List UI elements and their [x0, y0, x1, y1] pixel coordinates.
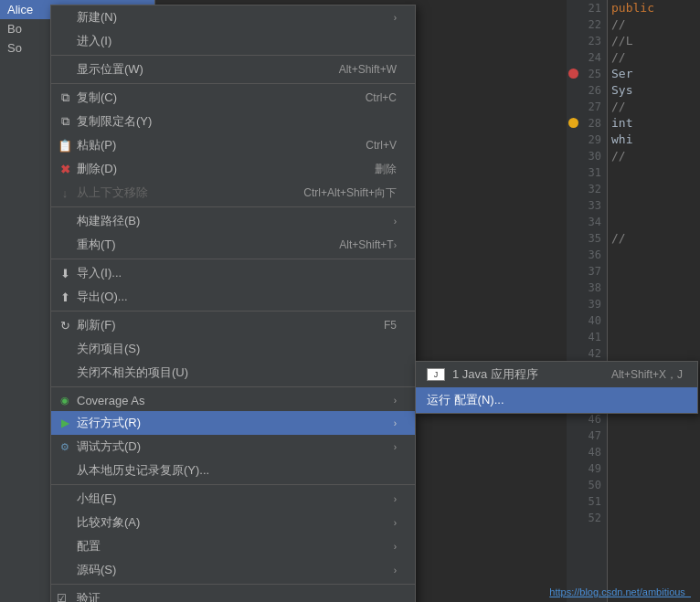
code-line-22: //	[608, 16, 700, 33]
checkbox-icon: ☑	[57, 592, 67, 602]
coverage-icon: ◉	[57, 395, 73, 407]
menu-item-label: 运行方式(R)	[77, 415, 394, 431]
line-number-32: 32	[567, 181, 607, 197]
remove-icon: ↓	[57, 186, 73, 200]
menu-item-configure[interactable]: 配置›	[51, 534, 415, 558]
code-line-48	[608, 444, 700, 460]
menu-separator	[51, 311, 415, 312]
menu-item-coverage[interactable]: ◉Coverage As›	[51, 389, 415, 411]
run-icon: ▶	[57, 417, 73, 429]
menu-item-shortcut: 删除	[375, 162, 397, 177]
line-number-27: 27	[567, 99, 607, 115]
menu-item-refactor[interactable]: 重构(T)Alt+Shift+T›	[51, 233, 415, 257]
menu-item-import[interactable]: ⬇导入(I)...	[51, 261, 415, 285]
line-number-40: 40	[567, 312, 607, 329]
code-line-52	[608, 510, 700, 526]
menu-item-label: 重构(T)	[77, 237, 321, 253]
line-number-51: 51	[567, 493, 607, 510]
line-number-33: 33	[567, 197, 607, 214]
line-number-31: 31	[567, 164, 607, 181]
submenu-item-label: 运行 配置(N)...	[427, 392, 683, 408]
code-line-25: Ser	[608, 66, 700, 82]
line-number-30: 30	[567, 148, 607, 164]
menu-item-close-project[interactable]: 关闭项目(S)	[51, 337, 415, 361]
line-number-26: 26	[567, 82, 607, 99]
code-line-27: //	[608, 99, 700, 115]
submenu-item-java-app[interactable]: J1 Java 应用程序Alt+Shift+X，J	[416, 362, 697, 387]
line-number-28: 28	[567, 115, 607, 132]
menu-item-label: 进入(I)	[77, 33, 397, 49]
menu-item-run-as[interactable]: ▶运行方式(R)›	[51, 411, 415, 435]
menu-separator	[51, 206, 415, 207]
menu-item-source[interactable]: 源码(S)›	[51, 558, 415, 582]
menu-separator	[51, 55, 415, 56]
line-number-21: 21	[567, 0, 607, 16]
menu-item-build-path[interactable]: 构建路径(B)›	[51, 209, 415, 233]
menu-item-label: 复制(C)	[77, 90, 347, 106]
menu-item-label: 导出(O)...	[77, 289, 397, 305]
menu-item-label: 验证	[77, 590, 397, 602]
line-number-23: 23	[567, 33, 607, 49]
menu-item-label: 从本地历史记录复原(Y)...	[77, 462, 397, 479]
submenu-arrow-icon: ›	[394, 240, 397, 250]
menu-item-label: Coverage As	[77, 394, 394, 407]
code-line-51	[608, 493, 700, 510]
submenu-item-shortcut: Alt+Shift+X，J	[611, 367, 683, 383]
submenu-arrow-icon: ›	[394, 442, 397, 452]
menu-item-verify[interactable]: ☑验证	[51, 586, 415, 602]
line-number-49: 49	[567, 460, 607, 477]
menu-item-close-unrelated[interactable]: 关闭不相关的项目(U)	[51, 361, 415, 385]
line-numbers: 2122232425262728293031323334353637383940…	[567, 0, 608, 602]
code-content: public////L//SerSys//intwhi////	[608, 0, 700, 602]
code-line-29: whi	[608, 132, 700, 148]
menu-item-label: 比较对象(A)	[77, 514, 394, 531]
menu-item-team[interactable]: 小组(E)›	[51, 487, 415, 511]
line-number-34: 34	[567, 214, 607, 230]
submenu-arrow-icon: ›	[394, 518, 397, 528]
menu-item-enter[interactable]: 进入(I)	[51, 29, 415, 53]
code-line-35: //	[608, 230, 700, 247]
menu-item-shortcut: Ctrl+C	[366, 91, 397, 104]
menu-item-refresh[interactable]: ↻刷新(F)F5	[51, 313, 415, 337]
line-number-39: 39	[567, 296, 607, 312]
code-line-49	[608, 460, 700, 477]
submenu-item-run-config[interactable]: 运行 配置(N)...	[416, 387, 697, 413]
menu-item-export[interactable]: ⬆导出(O)...	[51, 285, 415, 309]
code-line-31	[608, 164, 700, 181]
menu-item-remove-from-context[interactable]: ↓从上下文移除Ctrl+Alt+Shift+向下	[51, 181, 415, 205]
submenu-arrow-icon: ›	[394, 565, 397, 576]
menu-item-delete[interactable]: ✖删除(D)删除	[51, 157, 415, 181]
menu-item-compare-with[interactable]: 比较对象(A)›	[51, 511, 415, 534]
menu-item-show-location[interactable]: 显示位置(W)Alt+Shift+W	[51, 58, 415, 81]
menu-item-shortcut: Alt+Shift+T	[339, 238, 393, 251]
menu-item-copy[interactable]: ⧉复制(C)Ctrl+C	[51, 86, 415, 110]
menu-item-label: 新建(N)	[77, 9, 394, 26]
submenu-item-label: 1 Java 应用程序	[452, 366, 611, 383]
context-menu: 新建(N)›进入(I)显示位置(W)Alt+Shift+W⧉复制(C)Ctrl+…	[50, 5, 416, 602]
code-line-26: Sys	[608, 82, 700, 99]
menu-item-label: 显示位置(W)	[77, 61, 321, 78]
menu-item-restore-local[interactable]: 从本地历史记录复原(Y)...	[51, 459, 415, 482]
menu-item-debug-as[interactable]: ⚙调试方式(D)›	[51, 435, 415, 459]
menu-item-label: 小组(E)	[77, 491, 394, 507]
menu-item-label: 关闭不相关的项目(U)	[77, 364, 397, 381]
code-line-40	[608, 312, 700, 329]
line-number-22: 22	[567, 16, 607, 33]
code-line-37	[608, 263, 700, 280]
url-bar: https://blog.csdn.net/ambitious_	[549, 586, 691, 597]
menu-item-label: 刷新(F)	[77, 317, 366, 333]
line-number-35: 35	[567, 230, 607, 247]
line-number-25: 25	[567, 66, 607, 82]
menu-item-shortcut: Ctrl+V	[366, 139, 397, 152]
submenu-arrow-icon: ›	[394, 542, 397, 552]
line-number-38: 38	[567, 280, 607, 296]
code-line-50	[608, 477, 700, 493]
menu-item-paste[interactable]: 📋粘贴(P)Ctrl+V	[51, 133, 415, 157]
menu-item-label: 配置	[77, 538, 394, 554]
menu-item-new[interactable]: 新建(N)›	[51, 5, 415, 29]
menu-item-copy-qualified[interactable]: ⧉复制限定名(Y)	[51, 110, 415, 133]
menu-item-label: 粘贴(P)	[77, 137, 347, 153]
submenu-arrow-icon: ›	[394, 396, 397, 406]
delete-icon: ✖	[57, 163, 73, 176]
menu-item-label: 删除(D)	[77, 161, 356, 177]
